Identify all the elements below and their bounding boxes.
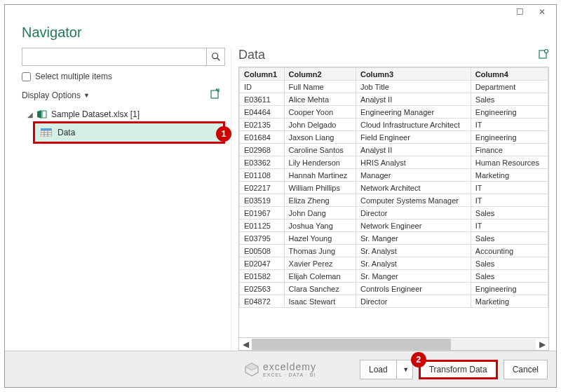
tree-table-item[interactable]: Data 1	[33, 121, 225, 144]
table-cell: Finance	[471, 144, 548, 156]
column-header[interactable]: Column3	[356, 68, 471, 81]
table-cell: Engineering	[471, 106, 548, 119]
table-cell: E01967	[240, 207, 285, 219]
table-row[interactable]: E01582Elijah ColemanSr. MangerSales	[240, 270, 548, 283]
column-header[interactable]: Column1	[240, 68, 285, 81]
table-cell: Xavier Perez	[284, 257, 356, 270]
svg-rect-2	[211, 90, 218, 98]
svg-rect-3	[42, 111, 46, 118]
load-button[interactable]: Load ▼	[360, 360, 413, 379]
scroll-right-icon[interactable]: ▶	[536, 339, 548, 350]
table-cell: Manager	[356, 169, 471, 182]
table-cell: Director	[356, 207, 471, 219]
table-cell: Marketing	[471, 295, 548, 308]
horizontal-scrollbar[interactable]: ◀ ▶	[238, 338, 549, 351]
transform-label: Transform Data	[429, 365, 487, 374]
table-cell: Hannah Martinez	[284, 169, 356, 182]
preview-title: Data	[238, 48, 265, 62]
close-button[interactable]: ✕	[531, 6, 553, 18]
table-cell: Caroline Santos	[284, 144, 356, 156]
cancel-button[interactable]: Cancel	[503, 360, 548, 379]
svg-point-0	[212, 53, 217, 59]
callout-1: 1	[216, 126, 231, 142]
display-options-link[interactable]: Display Options	[22, 90, 81, 100]
table-cell: Lily Henderson	[284, 156, 356, 169]
table-cell: John Delgado	[284, 119, 356, 131]
table-row[interactable]: E03519Eliza ZhengComputer Systems Manage…	[240, 194, 548, 207]
table-row[interactable]: E01125Joshua YangNetwork EngineerIT	[240, 219, 548, 232]
table-cell: Network Architect	[356, 182, 471, 194]
table-cell: Sales	[471, 93, 548, 106]
table-cell: IT	[471, 119, 548, 131]
table-cell: E01684	[240, 131, 285, 144]
table-row[interactable]: E03611Alice MehtaAnalyst IISales	[240, 93, 548, 106]
table-row[interactable]: E01967John DangDirectorSales	[240, 207, 548, 219]
tree-expand-icon[interactable]: ◢	[27, 111, 33, 119]
table-cell: Alice Mehta	[284, 93, 356, 106]
table-cell: Full Name	[284, 81, 356, 93]
table-cell: Engineering	[471, 131, 548, 144]
table-cell: John Dang	[284, 207, 356, 219]
table-row[interactable]: E04872Isaac StewartDirectorMarketing	[240, 295, 548, 308]
svg-marker-14	[245, 363, 258, 370]
table-cell: Sales	[471, 207, 548, 219]
search-icon[interactable]	[206, 48, 224, 65]
table-cell: Network Engineer	[356, 219, 471, 232]
column-header[interactable]: Column4	[471, 68, 548, 81]
table-row[interactable]: E01108Hannah MartinezManagerMarketing	[240, 169, 548, 182]
table-cell: Department	[471, 81, 548, 93]
scroll-thumb[interactable]	[252, 339, 451, 350]
table-cell: E00508	[240, 245, 285, 257]
table-row[interactable]: E00508Thomas JungSr. AnalystAccounting	[240, 245, 548, 257]
table-cell: E01582	[240, 270, 285, 283]
tree-file-item[interactable]: ◢ Sample Dataset.xlsx [1]	[26, 107, 225, 121]
callout-2: 2	[411, 352, 426, 367]
table-cell: E02135	[240, 119, 285, 131]
transform-data-button[interactable]: Transform Data 2	[419, 360, 498, 379]
table-cell: E02968	[240, 144, 285, 156]
select-multiple-input[interactable]	[22, 72, 31, 81]
table-cell: Engineering Manager	[356, 106, 471, 119]
search-input[interactable]	[22, 48, 206, 65]
table-row[interactable]: E02047Xavier PerezSr. AnalystSales	[240, 257, 548, 270]
preview-table: Column1Column2Column3Column4IDFull NameJ…	[238, 67, 549, 338]
table-cell: Eliza Zheng	[284, 194, 356, 207]
refresh-icon[interactable]	[210, 88, 221, 102]
table-cell: Field Engineer	[356, 131, 471, 144]
table-cell: E02047	[240, 257, 285, 270]
scroll-left-icon[interactable]: ◀	[239, 339, 252, 350]
table-row[interactable]: E01684Jaxson LiangField EngineerEngineer…	[240, 131, 548, 144]
table-cell: Sr. Manger	[356, 270, 471, 283]
table-row[interactable]: E03795Hazel YoungSr. MangerSales	[240, 232, 548, 245]
table-row[interactable]: E02135John DelgadoCloud Infrastructure A…	[240, 119, 548, 131]
column-header[interactable]: Column2	[284, 68, 356, 81]
preview-options-icon[interactable]	[538, 48, 549, 62]
table-cell: Cloud Infrastructure Architect	[356, 119, 471, 131]
table-cell: E04464	[240, 106, 285, 119]
table-cell: Sales	[471, 257, 548, 270]
table-row[interactable]: E02968Caroline SantosAnalyst IIFinance	[240, 144, 548, 156]
chevron-down-icon[interactable]: ▼	[83, 92, 90, 99]
tree-file-label: Sample Dataset.xlsx [1]	[51, 109, 140, 119]
svg-rect-10	[41, 128, 52, 130]
brand-logo: exceldemy EXCEL · DATA · BI	[245, 361, 316, 377]
table-cell: Cooper Yoon	[284, 106, 356, 119]
table-cell: Joshua Yang	[284, 219, 356, 232]
table-cell: Human Resources	[471, 156, 548, 169]
table-row[interactable]: E03362Lily HendersonHRIS AnalystHuman Re…	[240, 156, 548, 169]
load-label[interactable]: Load	[360, 360, 397, 379]
table-cell: IT	[471, 182, 548, 194]
table-row[interactable]: E02217William PhillipsNetwork ArchitectI…	[240, 182, 548, 194]
table-row[interactable]: E02563Clara SanchezControls EngineerEngi…	[240, 283, 548, 295]
select-multiple-checkbox[interactable]: Select multiple items	[22, 72, 225, 81]
table-row[interactable]: E04464Cooper YoonEngineering ManagerEngi…	[240, 106, 548, 119]
load-dropdown-icon[interactable]: ▼	[400, 366, 412, 373]
excel-file-icon	[37, 110, 47, 119]
table-cell: Sr. Manger	[356, 232, 471, 245]
table-cell: Sr. Analyst	[356, 245, 471, 257]
table-cell: Thomas Jung	[284, 245, 356, 257]
table-row[interactable]: IDFull NameJob TitleDepartment	[240, 81, 548, 93]
table-cell: IT	[471, 219, 548, 232]
maximize-button[interactable]: ☐	[508, 6, 531, 18]
svg-line-1	[217, 58, 219, 61]
